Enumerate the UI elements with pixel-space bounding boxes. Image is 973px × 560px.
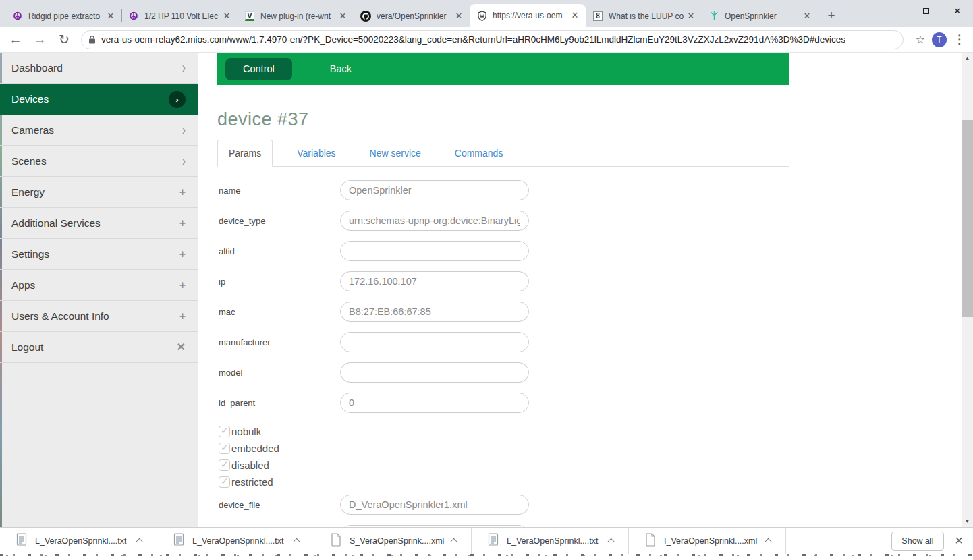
- close-window-button[interactable]: ✕: [941, 0, 973, 22]
- plus-icon: +: [179, 186, 186, 198]
- tab-ridgid[interactable]: ☮ Ridgid pipe extracto ✕: [5, 5, 121, 27]
- form-row-device-type: device_type: [217, 211, 789, 231]
- maximize-button[interactable]: [910, 0, 942, 22]
- field-label: model: [217, 368, 340, 378]
- tab-vera-active[interactable]: https://vera-us-oem ✕: [470, 4, 586, 27]
- tab-new-plugin[interactable]: V New plug-in (re-writ ✕: [238, 5, 354, 27]
- close-icon[interactable]: ✕: [221, 11, 232, 22]
- forward-icon[interactable]: →: [31, 32, 49, 47]
- close-icon[interactable]: ✕: [802, 11, 812, 22]
- manufacturer-field[interactable]: [340, 332, 529, 352]
- sidebar-item-label: Logout: [11, 341, 43, 354]
- device-toolbar: Control Back: [217, 53, 789, 85]
- checkbox-label: disabled: [231, 459, 269, 471]
- download-item[interactable]: L_VeraOpenSprinkl....txt: [0, 528, 157, 554]
- scroll-up-icon[interactable]: ▲: [962, 53, 973, 64]
- download-item[interactable]: I_VeraOpenSprinkl....xml: [629, 528, 786, 554]
- download-item[interactable]: L_VeraOpenSprinkl....txt: [472, 528, 629, 554]
- chevron-up-icon[interactable]: [764, 538, 772, 545]
- download-filename: S_VeraOpenSprink....xml: [350, 536, 445, 546]
- download-item[interactable]: S_VeraOpenSprink....xml: [314, 528, 472, 554]
- tab-title: Ridgid pipe extracto: [28, 11, 105, 21]
- plus-icon: +: [179, 310, 186, 323]
- embedded-checkbox[interactable]: ✓: [219, 443, 230, 454]
- tab-params[interactable]: Params: [217, 140, 273, 167]
- disabled-checkbox[interactable]: ✓: [219, 459, 230, 471]
- sidebar-item-dashboard[interactable]: Dashboard ›: [0, 53, 198, 84]
- device-file-field[interactable]: [340, 495, 529, 515]
- chevron-up-icon[interactable]: [450, 538, 457, 545]
- chevron-up-icon[interactable]: [607, 538, 615, 545]
- reload-icon[interactable]: ↻: [55, 32, 73, 47]
- close-downloads-icon[interactable]: ✕: [955, 534, 964, 547]
- show-all-button[interactable]: Show all: [891, 532, 943, 551]
- tab-commands[interactable]: Commands: [444, 140, 514, 166]
- sidebar-item-energy[interactable]: Energy +: [0, 177, 198, 208]
- tab-opensprinkler[interactable]: OpenSprinkler ✕: [702, 5, 818, 27]
- vertical-scrollbar[interactable]: ▲ ▼: [962, 53, 973, 527]
- scroll-down-icon[interactable]: ▼: [962, 515, 973, 527]
- download-filename: L_VeraOpenSprinkl....txt: [507, 536, 603, 546]
- url-input[interactable]: vera-us-oem-relay62.mios.com/www/1.7.497…: [81, 30, 904, 49]
- close-icon[interactable]: ✕: [337, 11, 348, 22]
- sidebar-item-cameras[interactable]: Cameras ›: [0, 115, 198, 146]
- tab-variables[interactable]: Variables: [286, 140, 346, 166]
- chevron-right-icon: ›: [182, 152, 186, 169]
- tab-luup-question[interactable]: 8 What is the LUUP co ✕: [586, 5, 702, 27]
- id-parent-field[interactable]: [340, 393, 529, 413]
- forum-8-icon: 8: [592, 11, 603, 22]
- tab-github-opensprinkler[interactable]: vera/OpenSprinkler ✕: [354, 5, 470, 27]
- new-tab-button[interactable]: +: [822, 6, 841, 25]
- restricted-checkbox[interactable]: ✓: [219, 476, 230, 488]
- v-icon: V: [244, 11, 255, 22]
- back-icon[interactable]: ←: [7, 32, 24, 47]
- tab-half-hp-motor[interactable]: ☮ 1/2 HP 110 Volt Elec ✕: [121, 5, 238, 27]
- device-type-field[interactable]: [340, 211, 529, 231]
- field-label: device_file: [217, 500, 340, 510]
- sidebar-item-settings[interactable]: Settings +: [0, 239, 198, 270]
- sidebar-item-devices[interactable]: Devices ›: [0, 84, 198, 115]
- name-field[interactable]: [340, 180, 529, 200]
- close-icon[interactable]: ✕: [453, 11, 464, 22]
- sidebar-item-apps[interactable]: Apps +: [0, 270, 198, 301]
- nobulk-checkbox[interactable]: ✓: [219, 426, 230, 437]
- ip-field[interactable]: [340, 271, 529, 291]
- check-icon: ✓: [221, 459, 229, 470]
- chevron-up-icon[interactable]: [293, 538, 300, 545]
- browser-menu-icon[interactable]: ⋮: [953, 32, 965, 47]
- device-tabs: Params Variables New service Commands: [217, 140, 789, 167]
- chevron-right-icon: ›: [182, 121, 186, 138]
- sidebar-item-label: Settings: [11, 248, 49, 260]
- url-text: vera-us-oem-relay62.mios.com/www/1.7.497…: [101, 34, 896, 45]
- minimize-button[interactable]: [879, 0, 910, 22]
- field-label: manufacturer: [217, 337, 340, 347]
- close-icon[interactable]: ✕: [569, 10, 580, 21]
- x-icon: ✕: [177, 341, 186, 354]
- download-filename: L_VeraOpenSprinkl....txt: [35, 536, 131, 546]
- model-field[interactable]: [340, 362, 529, 383]
- bookmark-star-icon[interactable]: ☆: [916, 33, 925, 46]
- sidebar-item-scenes[interactable]: Scenes ›: [0, 146, 198, 177]
- sidebar-item-logout[interactable]: Logout ✕: [0, 332, 198, 363]
- close-icon[interactable]: ✕: [686, 11, 696, 22]
- close-icon[interactable]: ✕: [105, 11, 116, 22]
- check-icon: ✓: [221, 442, 229, 453]
- peace-icon: ☮: [128, 11, 139, 22]
- mac-field[interactable]: [340, 302, 529, 322]
- altid-field[interactable]: [340, 241, 529, 261]
- tab-new-service[interactable]: New service: [359, 140, 432, 166]
- back-button[interactable]: Back: [312, 63, 369, 74]
- sidebar-item-label: Users & Account Info: [11, 310, 109, 323]
- control-button[interactable]: Control: [225, 58, 292, 80]
- tab-title: vera/OpenSprinkler: [377, 11, 453, 21]
- sidebar-item-additional-services[interactable]: Additional Services +: [0, 208, 198, 239]
- scrollbar-thumb[interactable]: [962, 120, 973, 317]
- plus-icon: +: [179, 279, 186, 291]
- download-item[interactable]: L_VeraOpenSprinkl....txt: [157, 528, 314, 554]
- form-row-ip: ip: [217, 271, 789, 291]
- address-bar: ← → ↻ vera-us-oem-relay62.mios.com/www/1…: [0, 27, 973, 53]
- sidebar-item-users-account-info[interactable]: Users & Account Info +: [0, 301, 198, 332]
- avatar[interactable]: T: [932, 32, 947, 47]
- chevron-up-icon[interactable]: [136, 538, 143, 545]
- field-label: name: [217, 186, 340, 196]
